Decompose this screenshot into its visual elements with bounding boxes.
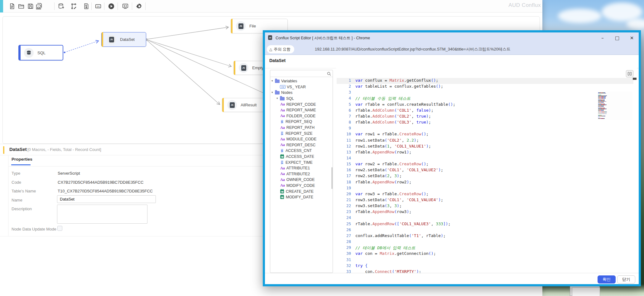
tree-item-module-code[interactable]: AaMODULE_CODE xyxy=(270,136,333,142)
line-number: 13 xyxy=(337,150,351,154)
close-button[interactable]: 닫기 xyxy=(617,275,635,284)
save-icon[interactable] xyxy=(26,2,35,11)
line-number: 23 xyxy=(337,209,351,214)
flow-node-sql[interactable]: SQL xyxy=(18,45,63,61)
tree-item-access-date[interactable]: ACCESS_DATE xyxy=(270,154,333,160)
tab-properties[interactable]: Properties xyxy=(12,157,32,162)
address-url[interactable]: 192.168.11.20:8087/AUD/conflux/confluxSc… xyxy=(315,46,511,52)
tree-item-label: ATTRIBUTE2 xyxy=(286,172,310,176)
tree-scrollbar-thumb[interactable] xyxy=(331,167,333,189)
description-textarea[interactable] xyxy=(57,205,147,224)
tree-item-label: REPORT_DESC xyxy=(286,143,316,147)
code-line-21: row3.setData('COL1', 'COL1_VALUE4'); xyxy=(355,197,443,202)
tree-item-report-desc[interactable]: AaREPORT_DESC xyxy=(270,142,333,148)
date-field-icon xyxy=(280,155,284,158)
code-line-30: var con = Matrix.getConnection(); xyxy=(355,251,436,256)
tree-item-modify-date[interactable]: MODIFY_DATE xyxy=(270,194,333,200)
code-line-22: row3.setData(3, 3); xyxy=(355,203,402,208)
tree-item-access-cnt[interactable]: 1234ACCESS_CNT xyxy=(270,148,333,154)
cloud xyxy=(558,9,602,23)
variables-icon[interactable]: {x} xyxy=(94,2,103,11)
table-name-value: T10_CX7B270D5CF8544AD5B919BC7DD8E35FCC xyxy=(58,189,153,193)
line-number: 22 xyxy=(337,203,351,208)
code-line-33: con.Connect('MTXRPTY'); xyxy=(355,269,421,273)
tree-item-nodes[interactable]: ▾Nodes xyxy=(270,90,333,96)
properties-header: DataSet [0 Macros, - Fields, Total - Rec… xyxy=(0,145,263,155)
code-line-7: rTable.AddColumn('COL2', true); xyxy=(355,114,431,119)
tree-item-vs-year[interactable]: VarVS_ YEAR xyxy=(270,84,333,90)
run-icon[interactable] xyxy=(107,2,116,11)
string-field-icon: Aa xyxy=(280,102,285,107)
tree-item-report-path[interactable]: AaREPORT_PATH xyxy=(270,125,333,131)
confirm-button[interactable]: 확인 xyxy=(598,275,616,284)
split-view-icon[interactable] xyxy=(626,70,633,77)
db-upload-icon[interactable] xyxy=(57,2,66,11)
code-window-icon[interactable] xyxy=(121,2,130,11)
line-number: 11 xyxy=(337,138,351,143)
tree-item-report-name[interactable]: AaREPORT_NAME xyxy=(270,107,333,113)
tree-item-modify-code[interactable]: AaMODIFY_CODE xyxy=(270,183,333,189)
tree-item-label: MODIFY_DATE xyxy=(286,195,313,199)
cloud xyxy=(627,19,644,29)
maximize-icon[interactable]: □ xyxy=(612,34,622,42)
search-icon[interactable] xyxy=(327,71,331,77)
save-all-icon[interactable] xyxy=(35,2,43,11)
line-number: 6 xyxy=(337,108,351,113)
chevron-down-icon[interactable]: ▾ xyxy=(272,91,274,94)
popup-titlebar[interactable]: JS Conflux Script Editor [ 서버스크립트 테스트 ] … xyxy=(265,32,639,44)
line-number: 10 xyxy=(337,132,351,136)
flow-edit-icon[interactable] xyxy=(70,2,78,11)
tree-item-label: REPORT_CODE xyxy=(286,102,316,107)
tree-item-folder-code[interactable]: AaFOLDER_CODE xyxy=(270,113,333,119)
tree-item-attribute2[interactable]: AaATTRIBUTE2 xyxy=(270,171,333,177)
code-editor[interactable]: 1234567891011121314151617181920212223242… xyxy=(336,68,637,273)
toolbar-separator xyxy=(118,2,118,10)
string-field-icon: Aa xyxy=(280,125,285,130)
line-number: 2 xyxy=(337,84,351,89)
code-value: CX7B270D5CF8544AD5B919BC7DD8E35FCC xyxy=(58,180,143,185)
string-field-icon: Aa xyxy=(280,143,285,147)
tree-item-owner-code[interactable]: AaOWNER_CODE xyxy=(270,177,333,183)
tree-item-label: REPORT_NAME xyxy=(286,108,316,112)
tree-item-label: Nodes xyxy=(281,90,292,95)
new-document-icon[interactable] xyxy=(8,2,17,11)
node-data-update-mode-checkbox[interactable] xyxy=(57,226,62,231)
tree-search-input[interactable] xyxy=(271,70,325,76)
editor-scrollbar-thumb[interactable] xyxy=(633,78,637,80)
tree-item-create-date[interactable]: CREATE_DATE xyxy=(270,188,333,194)
line-number: 1 xyxy=(337,78,351,83)
tree-item-report-code[interactable]: AaREPORT_CODE xyxy=(270,101,333,107)
name-input[interactable] xyxy=(57,195,156,203)
description-label: Description xyxy=(12,206,32,211)
tree-item-report-size[interactable]: 1234REPORT_SIZE xyxy=(270,130,333,136)
line-number: 30 xyxy=(337,251,351,256)
line-number: 8 xyxy=(337,120,351,124)
toolbar-separator xyxy=(54,2,55,10)
line-number: 3 xyxy=(337,90,351,95)
settings-icon[interactable] xyxy=(135,2,144,11)
tree-item-expect-time[interactable]: 1234EXPECT_TIME xyxy=(270,159,333,165)
chevron-down-icon[interactable]: ▾ xyxy=(272,79,274,82)
open-folder-icon[interactable] xyxy=(17,2,26,11)
chevron-down-icon[interactable]: ▾ xyxy=(276,97,279,100)
editor-minimap[interactable] xyxy=(597,91,632,120)
line-number: 16 xyxy=(337,167,351,172)
tree-item-attribute1[interactable]: AaATTRIBUTE1 xyxy=(270,165,333,171)
string-field-icon: Aa xyxy=(280,137,285,142)
minimize-icon[interactable]: – xyxy=(597,34,608,42)
line-number: 28 xyxy=(337,239,351,244)
tree-item-report-seq[interactable]: 1234REPORT_SEQ xyxy=(270,119,333,125)
code-line-6: rTable.AddColumn('COL1', false); xyxy=(355,108,434,113)
close-icon[interactable]: ✕ xyxy=(627,34,637,42)
tree-item-variables[interactable]: ▾Variables xyxy=(270,78,333,84)
string-field-icon: Aa xyxy=(280,114,285,118)
node-status-bar xyxy=(102,32,103,47)
flow-node-dataset[interactable]: JS DataSet xyxy=(101,32,146,47)
tree-item-sql[interactable]: ▾SQL xyxy=(270,96,333,102)
main-toolbar: {x} AUD Conflux xyxy=(0,0,542,12)
code-line-15: var row2 = rTable.CreateRow(); xyxy=(355,162,429,166)
code-line-23: rTable.AppendRow(row3); xyxy=(355,209,411,214)
export-document-icon[interactable] xyxy=(82,2,91,11)
line-number: 25 xyxy=(337,221,351,226)
site-security-chip[interactable]: △ 주의 요함 xyxy=(267,45,294,53)
